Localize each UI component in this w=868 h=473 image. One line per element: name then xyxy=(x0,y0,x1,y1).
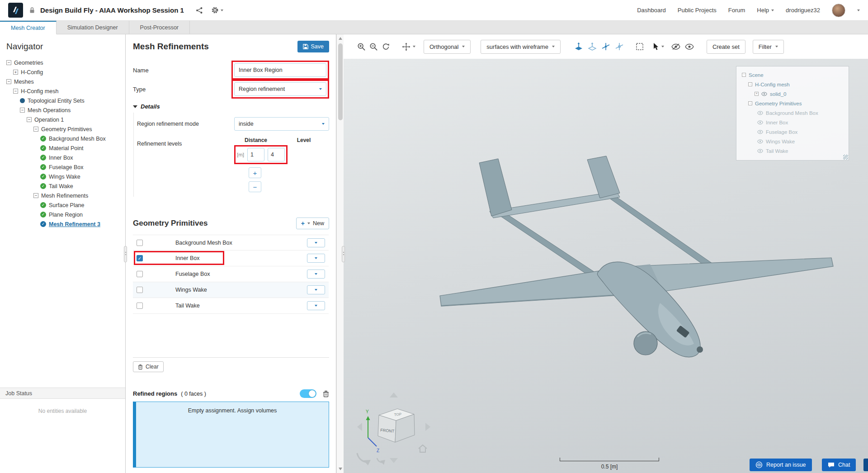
checkbox[interactable] xyxy=(137,303,143,309)
eye-icon[interactable] xyxy=(757,130,763,134)
collapse-icon[interactable]: − xyxy=(6,79,11,84)
add-level-button[interactable]: + xyxy=(249,167,261,178)
details-toggle[interactable]: Details xyxy=(133,103,329,110)
scroll-up-arrow[interactable] xyxy=(339,37,342,40)
tree-item-geometry-primitives[interactable]: −Geometry Primitives xyxy=(0,124,125,134)
primitive-row-background-mesh-box[interactable]: Background Mesh Box xyxy=(133,235,329,251)
tree-item-material-point[interactable]: ✓Material Point xyxy=(0,143,125,153)
clip-plane-outline-icon[interactable] xyxy=(588,42,597,51)
tab-simulation-designer[interactable]: Simulation Designer xyxy=(57,21,129,34)
section-axes-icon[interactable] xyxy=(601,42,610,51)
refined-regions-toggle[interactable] xyxy=(300,389,316,398)
render-mode-select[interactable]: surfaces with wireframe xyxy=(481,40,561,54)
save-button[interactable]: Save xyxy=(297,41,330,52)
tree-item-background-mesh-box[interactable]: ✓Background Mesh Box xyxy=(0,134,125,143)
tree-item-operation-1[interactable]: −Operation 1 xyxy=(0,115,125,124)
primitive-options-dropdown[interactable] xyxy=(307,238,325,247)
user-menu-chevron-icon[interactable] xyxy=(857,9,860,11)
scene-node-background-mesh-box[interactable]: Background Mesh Box xyxy=(741,108,844,118)
hide-selection-icon[interactable] xyxy=(671,43,680,50)
primitive-row-inner-box[interactable]: ✓ Inner Box xyxy=(133,251,329,266)
collapse-icon[interactable]: − xyxy=(27,117,32,122)
scene-node-inner-box[interactable]: Inner Box xyxy=(741,118,844,127)
collapse-icon[interactable]: - xyxy=(748,101,752,105)
eye-icon[interactable] xyxy=(757,139,763,144)
username-label[interactable]: drodriguez32 xyxy=(786,7,820,14)
job-status-header[interactable]: Job Status xyxy=(0,388,125,399)
tree-item-topological-entity-sets[interactable]: Topological Entity Sets xyxy=(0,96,125,105)
section-axes-outline-icon[interactable] xyxy=(615,42,624,51)
checkbox[interactable] xyxy=(137,271,143,277)
viewport-canvas[interactable]: -Scene -H-Config mesh +solid_0 -Geometry… xyxy=(344,59,868,473)
rotate-down-arrow[interactable] xyxy=(390,458,398,463)
overlay-resize-handle[interactable] xyxy=(843,155,848,160)
scene-node-tail-wake[interactable]: Tail Wake xyxy=(741,146,844,156)
box-select-icon[interactable] xyxy=(636,43,644,51)
checkbox[interactable] xyxy=(137,287,143,293)
tree-item-wings-wake[interactable]: ✓Wings Wake xyxy=(0,172,125,181)
viewport-resize-grip[interactable] xyxy=(342,246,345,262)
region-mode-select[interactable]: inside xyxy=(234,117,329,131)
eye-icon[interactable] xyxy=(757,111,763,115)
collapse-icon[interactable]: − xyxy=(33,127,38,132)
tree-item-h-config-mesh[interactable]: −H-Config mesh xyxy=(0,86,125,96)
filter-select[interactable]: Filter xyxy=(753,40,784,54)
zoom-in-icon[interactable] xyxy=(357,43,366,51)
scrollbar-thumb[interactable] xyxy=(338,43,343,120)
app-logo[interactable] xyxy=(8,3,23,18)
tree-item-surface-plane[interactable]: ✓Surface Plane xyxy=(0,200,125,210)
nav-help[interactable]: Help xyxy=(757,7,774,14)
reset-view-icon[interactable] xyxy=(382,43,390,51)
projection-select[interactable]: Orthogonal xyxy=(424,40,471,54)
tree-item-plane-region[interactable]: ✓Plane Region xyxy=(0,210,125,219)
type-select[interactable]: Region refinement xyxy=(234,82,326,96)
remove-level-button[interactable]: − xyxy=(249,181,261,192)
share-icon[interactable] xyxy=(196,7,203,14)
zoom-out-icon[interactable] xyxy=(369,43,378,51)
level-input[interactable] xyxy=(268,148,285,161)
distance-input[interactable] xyxy=(247,148,264,161)
eye-icon[interactable] xyxy=(761,92,767,96)
primitive-row-wings-wake[interactable]: Wings Wake xyxy=(133,282,329,298)
scene-node-scene[interactable]: -Scene xyxy=(741,70,844,80)
tree-item-fuselage-box[interactable]: ✓Fuselage Box xyxy=(0,162,125,172)
expand-icon[interactable]: + xyxy=(755,92,759,96)
avatar[interactable] xyxy=(832,4,845,17)
tree-item-geometries[interactable]: −Geometries xyxy=(0,58,125,67)
scene-node-h-config-mesh[interactable]: -H-Config mesh xyxy=(741,80,844,89)
create-set-button[interactable]: Create set xyxy=(707,40,745,54)
tree-item-mesh-refinement-3[interactable]: ✓Mesh Refinement 3 xyxy=(0,219,125,229)
primitive-options-dropdown[interactable] xyxy=(307,270,325,279)
report-issue-button[interactable]: Report an issue xyxy=(750,459,812,471)
scroll-down-arrow[interactable] xyxy=(339,468,342,470)
home-view-icon[interactable] xyxy=(419,445,427,452)
name-input[interactable] xyxy=(234,63,326,77)
scene-node-fuselage-box[interactable]: Fuselage Box xyxy=(741,127,844,137)
assignment-dropzone[interactable]: Empty assignment. Assign volumes xyxy=(133,402,329,468)
nav-dashboard[interactable]: Dashboard xyxy=(637,7,666,14)
scene-node-geometry-primitives[interactable]: -Geometry Primitives xyxy=(741,99,844,108)
orientation-cube[interactable]: TOP FRONT xyxy=(378,409,415,442)
new-primitive-button[interactable]: + New xyxy=(296,218,329,229)
tree-item-mesh-operations[interactable]: −Mesh Operations xyxy=(0,105,125,115)
primitive-options-dropdown[interactable] xyxy=(307,285,325,294)
collapse-icon[interactable]: − xyxy=(13,89,18,94)
navigation-cube[interactable]: Y Z TOP FRONT xyxy=(351,387,437,473)
pan-tool-button[interactable] xyxy=(402,43,415,51)
scene-node-wings-wake[interactable]: Wings Wake xyxy=(741,137,844,146)
settings-gear-button[interactable] xyxy=(211,6,223,14)
expand-icon[interactable]: + xyxy=(13,70,18,75)
checkbox[interactable] xyxy=(137,240,143,246)
collapse-icon[interactable]: − xyxy=(20,108,25,113)
rotate-right-arrow[interactable] xyxy=(425,423,430,431)
eye-icon[interactable] xyxy=(757,149,763,153)
tree-item-mesh-refinements[interactable]: −Mesh Refinements xyxy=(0,191,125,200)
nav-public-projects[interactable]: Public Projects xyxy=(678,7,717,14)
tab-post-processor[interactable]: Post-Processor xyxy=(129,21,190,34)
collapse-icon[interactable]: - xyxy=(748,82,752,86)
clip-plane-icon[interactable] xyxy=(574,42,583,51)
collapse-icon[interactable]: - xyxy=(742,73,746,77)
collapse-icon[interactable]: − xyxy=(6,60,11,65)
tab-mesh-creator[interactable]: Mesh Creator xyxy=(0,21,57,34)
eye-icon[interactable] xyxy=(757,120,763,125)
